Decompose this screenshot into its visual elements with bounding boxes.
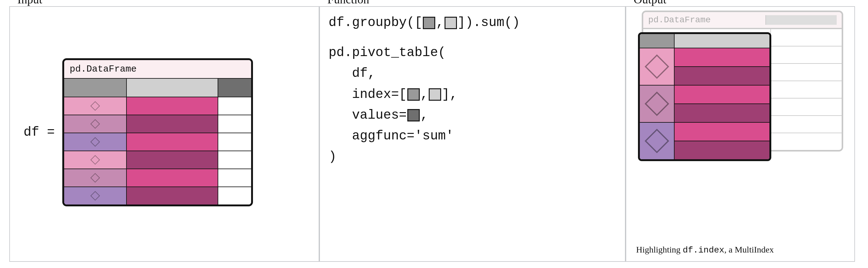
code-text: df.groupby([	[329, 12, 422, 33]
group-value-cell	[674, 66, 769, 85]
function-code: df.groupby([ , ]).sum() pd.pivot_table( …	[329, 12, 520, 167]
output-group	[640, 122, 769, 159]
index-cell	[64, 187, 126, 204]
group-index-cell	[640, 122, 674, 159]
col-header-swatch-mid	[640, 34, 674, 48]
code-line: )	[329, 146, 520, 167]
group-values	[674, 122, 769, 159]
output-body: pd.DataFrame	[633, 9, 847, 255]
group-index-cell	[640, 48, 674, 85]
code-line: df,	[329, 63, 520, 84]
value-cell-blank	[218, 187, 251, 204]
function-panel: Function df.groupby([ , ]).sum() pd.pivo…	[319, 6, 626, 262]
input-dataframe: pd.DataFrame	[62, 58, 253, 206]
group-value-cell	[674, 48, 769, 66]
value-cell	[126, 114, 218, 133]
code-blank-line	[329, 33, 520, 42]
output-caption: Highlighting df.index, a MultiIndex	[633, 241, 776, 255]
col-header-swatch-mid	[64, 79, 126, 97]
code-line-groupby: df.groupby([ , ]).sum()	[329, 12, 520, 33]
code-text: )	[329, 146, 336, 167]
value-cell	[126, 169, 218, 187]
diamond-icon	[645, 129, 669, 153]
diagram-root: Input df = pd.DataFrame	[0, 0, 868, 268]
index-cell	[64, 169, 126, 187]
code-text: ],	[442, 84, 457, 105]
output-ghost-header-cell	[765, 15, 837, 25]
value-cell-blank	[218, 169, 251, 187]
input-panel: Input df = pd.DataFrame	[9, 6, 319, 262]
diamond-icon	[90, 119, 100, 129]
code-text: ,	[421, 105, 428, 126]
code-text: df,	[329, 63, 375, 84]
column-swatch-mid-icon	[407, 88, 420, 101]
diamond-icon	[90, 137, 100, 146]
input-body: df = pd.DataFrame	[18, 9, 311, 255]
code-text: values=	[329, 105, 407, 126]
value-cell	[126, 150, 218, 169]
group-values	[674, 48, 769, 85]
group-values	[674, 85, 769, 122]
code-text: ,	[421, 84, 428, 105]
input-row	[64, 97, 251, 114]
code-text: aggfunc='sum'	[329, 126, 454, 146]
output-group	[640, 48, 769, 85]
group-index-cell	[640, 85, 674, 122]
caption-code: df.index	[683, 245, 724, 255]
output-group	[640, 85, 769, 122]
index-cell	[64, 133, 126, 150]
group-value-cell	[674, 103, 769, 122]
index-cell	[64, 114, 126, 133]
col-header-swatch-dark	[218, 79, 251, 97]
output-highlight-multiindex	[638, 32, 771, 161]
input-row	[64, 150, 251, 169]
group-value-cell	[674, 85, 769, 103]
code-line: pd.pivot_table(	[329, 42, 520, 63]
input-row	[64, 114, 251, 133]
code-line-values: values= ,	[329, 105, 520, 126]
index-cell	[64, 97, 126, 114]
input-row	[64, 187, 251, 204]
col-header-swatch-light	[126, 79, 218, 97]
input-df-header	[64, 79, 251, 97]
group-value-cell	[674, 141, 769, 159]
input-row	[64, 169, 251, 187]
value-cell-blank	[218, 133, 251, 150]
code-text: pd.pivot_table(	[329, 42, 446, 63]
column-swatch-light-icon	[444, 17, 457, 29]
code-text: ]).sum()	[458, 12, 520, 33]
code-line: aggfunc='sum'	[329, 126, 520, 146]
diamond-icon	[90, 101, 100, 111]
value-cell-blank	[218, 97, 251, 114]
code-text: index=[	[329, 84, 407, 105]
diamond-icon	[90, 191, 100, 200]
caption-text: , a MultiIndex	[724, 245, 774, 255]
group-value-cell	[674, 122, 769, 141]
function-body: df.groupby([ , ]).sum() pd.pivot_table( …	[328, 9, 618, 255]
output-highlight-header	[640, 34, 769, 48]
value-cell	[126, 133, 218, 150]
value-cell	[126, 187, 218, 204]
assign-text: df =	[24, 125, 55, 140]
diamond-icon	[90, 155, 100, 165]
index-cell	[64, 150, 126, 169]
diamond-icon	[645, 54, 669, 79]
output-label: Output	[633, 0, 670, 6]
value-cell-blank	[218, 150, 251, 169]
diamond-icon	[645, 91, 669, 116]
output-df-title-text: pd.DataFrame	[648, 15, 765, 25]
caption-text: Highlighting	[636, 245, 683, 255]
value-cell	[126, 97, 218, 114]
value-cell-blank	[218, 114, 251, 133]
input-row	[64, 133, 251, 150]
column-swatch-mid-icon	[423, 17, 435, 29]
output-df-title: pd.DataFrame	[643, 12, 842, 29]
code-line-index: index=[ , ],	[329, 84, 520, 105]
input-df-title: pd.DataFrame	[64, 60, 251, 79]
code-text: ,	[436, 12, 444, 33]
col-header-swatch-light	[674, 34, 769, 48]
function-label: Function	[328, 0, 373, 6]
column-swatch-dark-icon	[407, 109, 420, 122]
column-swatch-light-icon	[429, 88, 441, 101]
input-label: Input	[18, 0, 46, 6]
